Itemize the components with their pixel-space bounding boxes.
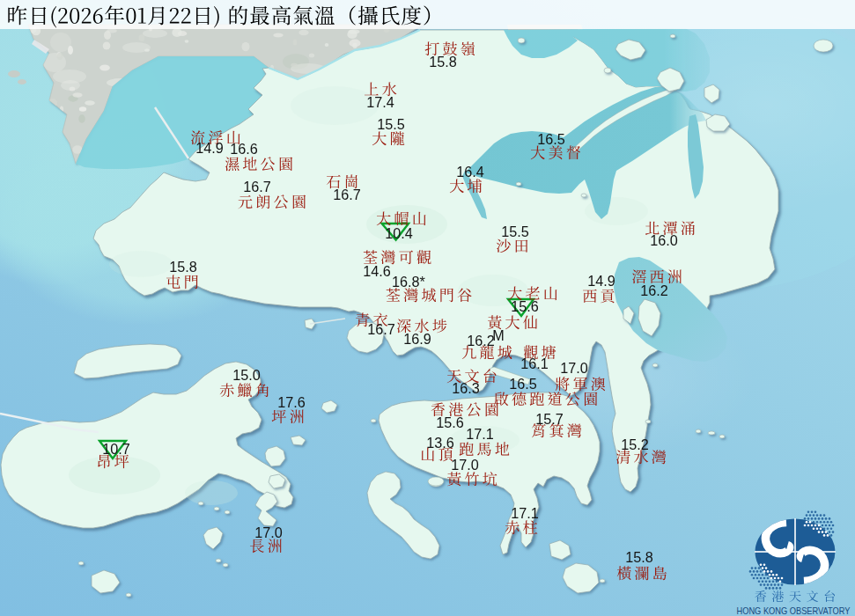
svg-text:17.1: 17.1 bbox=[511, 505, 539, 521]
svg-text:10.7: 10.7 bbox=[102, 441, 130, 457]
svg-text:16.7: 16.7 bbox=[333, 187, 361, 202]
svg-text:17.6: 17.6 bbox=[277, 394, 306, 410]
svg-text:16.2: 16.2 bbox=[467, 333, 495, 348]
svg-text:16.3: 16.3 bbox=[452, 380, 480, 396]
svg-text:15.5: 15.5 bbox=[501, 224, 529, 239]
svg-text:14.9: 14.9 bbox=[587, 273, 615, 289]
svg-text:14.6: 14.6 bbox=[363, 263, 391, 279]
svg-text:16.9: 16.9 bbox=[403, 331, 431, 347]
svg-text:HONG KONG OBSERVATORY: HONG KONG OBSERVATORY bbox=[737, 605, 851, 616]
svg-text:16.5: 16.5 bbox=[537, 131, 565, 147]
svg-text:15.8: 15.8 bbox=[625, 549, 653, 565]
svg-text:15.5: 15.5 bbox=[377, 116, 405, 132]
svg-text:15.6: 15.6 bbox=[511, 298, 539, 314]
svg-text:15.6: 15.6 bbox=[436, 414, 464, 430]
svg-text:17.4: 17.4 bbox=[366, 94, 394, 110]
svg-text:16.2: 16.2 bbox=[640, 282, 668, 298]
svg-text:17.0: 17.0 bbox=[560, 360, 588, 376]
svg-text:16.8*: 16.8* bbox=[392, 274, 426, 290]
svg-text:16.7: 16.7 bbox=[367, 321, 395, 337]
svg-text:15.7: 15.7 bbox=[535, 411, 564, 427]
svg-text:16.4: 16.4 bbox=[456, 164, 484, 180]
svg-text:17.1: 17.1 bbox=[466, 426, 494, 442]
svg-text:15.2: 15.2 bbox=[621, 436, 649, 452]
svg-text:17.0: 17.0 bbox=[254, 524, 283, 540]
svg-text:16.7: 16.7 bbox=[243, 179, 271, 194]
svg-text:16.1: 16.1 bbox=[520, 356, 549, 371]
svg-text:10.4: 10.4 bbox=[385, 225, 413, 241]
svg-text:14.9: 14.9 bbox=[195, 140, 224, 156]
svg-text:15.8: 15.8 bbox=[429, 54, 457, 70]
svg-text:15.8: 15.8 bbox=[169, 259, 197, 275]
svg-text:17.0: 17.0 bbox=[451, 457, 479, 473]
svg-text:16.5: 16.5 bbox=[509, 376, 537, 392]
svg-text:13.6: 13.6 bbox=[426, 435, 454, 451]
svg-text:16.0: 16.0 bbox=[650, 232, 678, 248]
svg-text:15.0: 15.0 bbox=[232, 367, 261, 383]
svg-text:16.6: 16.6 bbox=[230, 141, 258, 157]
